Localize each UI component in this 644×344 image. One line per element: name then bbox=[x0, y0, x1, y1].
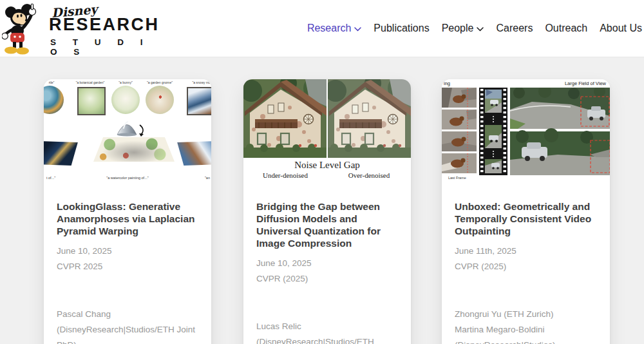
publication-card-lookingglass[interactable]: rtle" "a botanical garden" "a bunny" "a … bbox=[44, 79, 211, 344]
house-photo-over-denoised bbox=[328, 79, 411, 158]
floor-painting-right bbox=[177, 141, 211, 166]
publication-title[interactable]: Bridging the Gap between Diffusion Model… bbox=[256, 200, 398, 249]
author-line: (DisneyResearch|Studios/ETH Zurich) bbox=[256, 334, 398, 344]
figure-video-outpainting: ing Large Field of View bbox=[442, 79, 610, 185]
main-nav: Research Publications People Careers Out… bbox=[307, 0, 642, 57]
chevron-down-icon bbox=[354, 27, 361, 32]
nav-item-publications[interactable]: Publications bbox=[374, 23, 429, 34]
figure-caption: "a watercolor painting of..." bbox=[106, 176, 148, 180]
publication-title[interactable]: Unboxed: Geometrically and Temporally Co… bbox=[455, 200, 597, 237]
nav-label: Research bbox=[307, 23, 351, 34]
nav-label: People bbox=[442, 23, 474, 34]
publication-date: June 10, 2025 bbox=[57, 244, 198, 259]
chevron-down-icon bbox=[477, 27, 484, 32]
disney-research-logo[interactable]: Disney RESEARCH S T U D I O S bbox=[0, 0, 167, 57]
logo-research-text: RESEARCH bbox=[49, 16, 160, 33]
figure-caption: "an bbox=[205, 176, 210, 180]
nav-label: Publications bbox=[374, 23, 429, 34]
figure-anamorphoses: rtle" "a botanical garden" "a bunny" "a … bbox=[44, 79, 211, 182]
figure-caption: "a garden gnome" bbox=[147, 81, 173, 84]
large-fov-top bbox=[510, 88, 610, 129]
author-line: Lucas Relic bbox=[256, 319, 398, 334]
publication-date: June 10, 2025 bbox=[256, 256, 398, 271]
floor-painting-center bbox=[93, 137, 175, 162]
publication-date: June 11th, 2025 bbox=[455, 244, 597, 259]
publication-card-compression[interactable]: Noise Level Gap Under-denoised Over-deno… bbox=[243, 79, 411, 344]
watercolor-thumb-turtle bbox=[44, 86, 64, 114]
watercolor-thumb-mountain bbox=[187, 87, 211, 115]
figure-caption: t of..." bbox=[46, 176, 55, 180]
logo-studios-text: S T U D I O S bbox=[50, 37, 167, 57]
film-strip bbox=[479, 88, 507, 175]
publication-venue: CVPR 2025 bbox=[57, 259, 198, 274]
mirror-cone-icon bbox=[116, 119, 148, 137]
figure-label-under-denoised: Under-denoised bbox=[243, 171, 327, 179]
mickey-mouse-icon bbox=[2, 3, 46, 55]
figure-caption-last-frame: Last Frame bbox=[448, 176, 466, 180]
author-line: Martina Megaro-Boldini bbox=[455, 322, 597, 338]
publication-authors: Pascal Chang (DisneyResearch|Studios/ETH… bbox=[57, 307, 198, 344]
publication-title[interactable]: LookingGlass: Generative Anamorphoses vi… bbox=[57, 200, 198, 237]
floor-painting-left bbox=[44, 141, 78, 166]
author-line: (DisneyResearch|Studios/ETH Joint PhD) bbox=[57, 322, 198, 344]
figure-caption: "a bunny" bbox=[118, 81, 132, 84]
nav-item-about-us[interactable]: About Us bbox=[600, 23, 642, 34]
nav-label: About Us bbox=[600, 23, 642, 34]
nav-item-research[interactable]: Research bbox=[307, 23, 361, 34]
figure-label-partial: ing bbox=[444, 81, 450, 86]
nav-label: Careers bbox=[496, 23, 533, 34]
nav-item-outreach[interactable]: Outreach bbox=[545, 23, 587, 34]
nav-item-careers[interactable]: Careers bbox=[496, 23, 533, 34]
publication-venue: CVPR (2025) bbox=[256, 271, 398, 287]
large-fov-bottom bbox=[510, 128, 610, 175]
figure-label-over-denoised: Over-denoised bbox=[327, 171, 411, 179]
author-line: (DisneyResearch|Studios) bbox=[455, 338, 597, 344]
publication-authors: Lucas Relic (DisneyResearch|Studios/ETH … bbox=[256, 319, 398, 344]
site-header: Disney RESEARCH S T U D I O S Research P… bbox=[0, 0, 644, 57]
figure-label-large-fov: Large Field of View bbox=[565, 81, 606, 86]
outpainting-art bbox=[442, 88, 610, 175]
publication-authors: Zhongrui Yu (ETH Zurich) Martina Megaro-… bbox=[455, 307, 597, 344]
figure-caption: "a snowy mou bbox=[192, 81, 211, 84]
watercolor-thumb-gnome bbox=[146, 86, 174, 114]
publication-venue: CVPR (2025) bbox=[455, 259, 597, 274]
publication-card-unboxed[interactable]: ing Large Field of View bbox=[442, 79, 610, 344]
figure-caption: "a botanical garden" bbox=[76, 81, 105, 84]
figure-noise-level-gap: Noise Level Gap Under-denoised Over-deno… bbox=[243, 79, 411, 182]
nav-item-people[interactable]: People bbox=[442, 23, 484, 34]
author-line: Zhongrui Yu (ETH Zurich) bbox=[455, 307, 597, 322]
figure-caption: rtle" bbox=[49, 81, 55, 84]
watercolor-thumb-bunny bbox=[111, 86, 140, 114]
house-photo-under-denoised bbox=[243, 79, 327, 158]
watercolor-thumb-garden bbox=[77, 87, 106, 115]
nav-label: Outreach bbox=[545, 23, 587, 34]
figure-heading: Noise Level Gap bbox=[243, 160, 411, 171]
author-line: Pascal Chang bbox=[57, 307, 198, 322]
